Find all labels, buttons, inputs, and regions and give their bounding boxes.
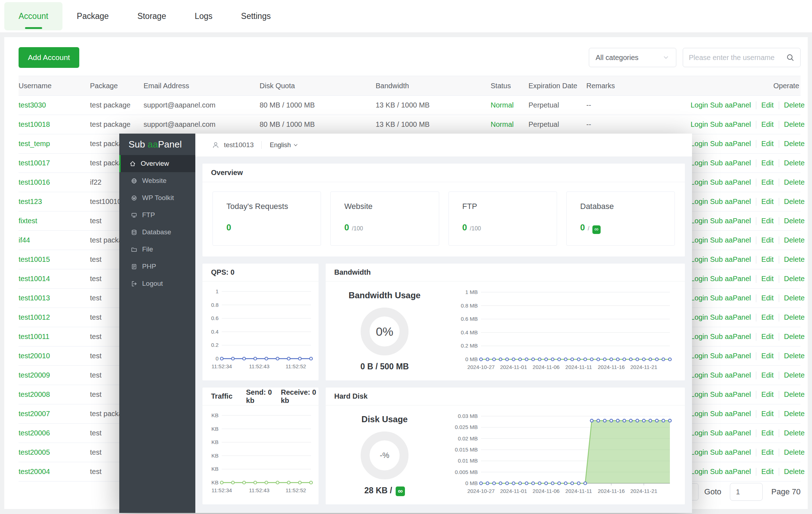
- sidebar-item-php[interactable]: PHP: [119, 258, 195, 275]
- delete-link[interactable]: Delete: [784, 390, 805, 399]
- sidebar-item-database[interactable]: Database: [119, 224, 195, 241]
- login-sub-aapanel-link[interactable]: Login Sub aaPanel: [691, 178, 751, 186]
- username-search-input[interactable]: [689, 54, 786, 62]
- edit-link[interactable]: Edit: [761, 140, 773, 148]
- username-link[interactable]: test20005: [19, 448, 50, 456]
- delete-link[interactable]: Delete: [784, 159, 805, 167]
- login-sub-aapanel-link[interactable]: Login Sub aaPanel: [691, 198, 751, 206]
- username-link[interactable]: test20010: [19, 352, 50, 360]
- login-sub-aapanel-link[interactable]: Login Sub aaPanel: [691, 371, 751, 379]
- search-icon[interactable]: [786, 53, 795, 62]
- delete-link[interactable]: Delete: [784, 352, 805, 360]
- edit-link[interactable]: Edit: [761, 468, 773, 476]
- tab-settings[interactable]: Settings: [227, 2, 285, 30]
- login-sub-aapanel-link[interactable]: Login Sub aaPanel: [691, 159, 751, 167]
- edit-link[interactable]: Edit: [761, 178, 773, 186]
- delete-link[interactable]: Delete: [784, 198, 805, 206]
- username-link[interactable]: test20006: [19, 429, 50, 437]
- login-sub-aapanel-link[interactable]: Login Sub aaPanel: [691, 448, 751, 456]
- delete-link[interactable]: Delete: [784, 140, 805, 148]
- username-link[interactable]: test123: [19, 198, 42, 205]
- login-sub-aapanel-link[interactable]: Login Sub aaPanel: [691, 390, 751, 399]
- category-filter-select[interactable]: All categories: [589, 48, 676, 67]
- username-link[interactable]: test10014: [19, 275, 50, 283]
- sidebar-item-file[interactable]: File: [119, 241, 195, 258]
- delete-link[interactable]: Delete: [784, 217, 805, 225]
- tab-storage[interactable]: Storage: [123, 2, 181, 30]
- login-sub-aapanel-link[interactable]: Login Sub aaPanel: [691, 140, 751, 148]
- login-sub-aapanel-link[interactable]: Login Sub aaPanel: [691, 120, 751, 129]
- username-link[interactable]: fixtest: [19, 217, 37, 225]
- edit-link[interactable]: Edit: [761, 294, 773, 302]
- username-link[interactable]: test10017: [19, 159, 50, 167]
- username-link[interactable]: test10015: [19, 255, 50, 263]
- login-sub-aapanel-link[interactable]: Login Sub aaPanel: [691, 255, 751, 264]
- email-cell: support@aapanel.com: [144, 101, 216, 109]
- username-link[interactable]: test3030: [19, 101, 46, 109]
- login-sub-aapanel-link[interactable]: Login Sub aaPanel: [691, 101, 751, 109]
- username-link[interactable]: test10016: [19, 178, 50, 186]
- username-link[interactable]: test20004: [19, 468, 50, 475]
- login-sub-aapanel-link[interactable]: Login Sub aaPanel: [691, 275, 751, 283]
- edit-link[interactable]: Edit: [761, 101, 773, 109]
- username-link[interactable]: test_temp: [19, 140, 50, 148]
- edit-link[interactable]: Edit: [761, 390, 773, 399]
- sidebar-item-overview[interactable]: Overview: [119, 155, 195, 172]
- delete-link[interactable]: Delete: [784, 255, 805, 264]
- edit-link[interactable]: Edit: [761, 120, 773, 129]
- language-select[interactable]: English: [270, 141, 298, 149]
- delete-link[interactable]: Delete: [784, 448, 805, 456]
- edit-link[interactable]: Edit: [761, 313, 773, 321]
- login-sub-aapanel-link[interactable]: Login Sub aaPanel: [691, 313, 751, 321]
- username-link[interactable]: test20007: [19, 410, 50, 418]
- sidebar-item-wp-toolkit[interactable]: WP Toolkit: [119, 189, 195, 206]
- username-link[interactable]: test10018: [19, 120, 50, 128]
- tab-package[interactable]: Package: [62, 2, 123, 30]
- delete-link[interactable]: Delete: [784, 410, 805, 418]
- username-link[interactable]: if44: [19, 236, 30, 244]
- edit-link[interactable]: Edit: [761, 448, 773, 456]
- login-sub-aapanel-link[interactable]: Login Sub aaPanel: [691, 217, 751, 225]
- username-link[interactable]: test20008: [19, 390, 50, 398]
- edit-link[interactable]: Edit: [761, 352, 773, 360]
- add-account-button[interactable]: Add Account: [19, 47, 79, 68]
- delete-link[interactable]: Delete: [784, 429, 805, 437]
- delete-link[interactable]: Delete: [784, 178, 805, 186]
- login-sub-aapanel-link[interactable]: Login Sub aaPanel: [691, 333, 751, 341]
- username-link[interactable]: test10012: [19, 313, 50, 321]
- login-sub-aapanel-link[interactable]: Login Sub aaPanel: [691, 410, 751, 418]
- login-sub-aapanel-link[interactable]: Login Sub aaPanel: [691, 236, 751, 244]
- edit-link[interactable]: Edit: [761, 159, 773, 167]
- sidebar-item-ftp[interactable]: FTP: [119, 206, 195, 224]
- login-sub-aapanel-link[interactable]: Login Sub aaPanel: [691, 352, 751, 360]
- delete-link[interactable]: Delete: [784, 236, 805, 244]
- edit-link[interactable]: Edit: [761, 371, 773, 379]
- delete-link[interactable]: Delete: [784, 313, 805, 321]
- edit-link[interactable]: Edit: [761, 217, 773, 225]
- edit-link[interactable]: Edit: [761, 275, 773, 283]
- delete-link[interactable]: Delete: [784, 468, 805, 476]
- edit-link[interactable]: Edit: [761, 333, 773, 341]
- username-link[interactable]: test10011: [19, 333, 49, 340]
- tab-logs[interactable]: Logs: [180, 2, 227, 30]
- login-sub-aapanel-link[interactable]: Login Sub aaPanel: [691, 294, 751, 302]
- edit-link[interactable]: Edit: [761, 429, 773, 437]
- delete-link[interactable]: Delete: [784, 333, 805, 341]
- edit-link[interactable]: Edit: [761, 255, 773, 264]
- delete-link[interactable]: Delete: [784, 294, 805, 302]
- goto-page-input[interactable]: [730, 483, 763, 501]
- edit-link[interactable]: Edit: [761, 410, 773, 418]
- delete-link[interactable]: Delete: [784, 371, 805, 379]
- edit-link[interactable]: Edit: [761, 236, 773, 244]
- login-sub-aapanel-link[interactable]: Login Sub aaPanel: [691, 429, 751, 437]
- sidebar-item-website[interactable]: Website: [119, 172, 195, 189]
- username-link[interactable]: test20009: [19, 371, 50, 379]
- delete-link[interactable]: Delete: [784, 120, 805, 129]
- sidebar-item-logout[interactable]: Logout: [119, 275, 195, 292]
- username-link[interactable]: test10013: [19, 294, 50, 302]
- login-sub-aapanel-link[interactable]: Login Sub aaPanel: [691, 468, 751, 476]
- delete-link[interactable]: Delete: [784, 101, 805, 109]
- edit-link[interactable]: Edit: [761, 198, 773, 206]
- tab-account[interactable]: Account: [4, 2, 62, 30]
- delete-link[interactable]: Delete: [784, 275, 805, 283]
